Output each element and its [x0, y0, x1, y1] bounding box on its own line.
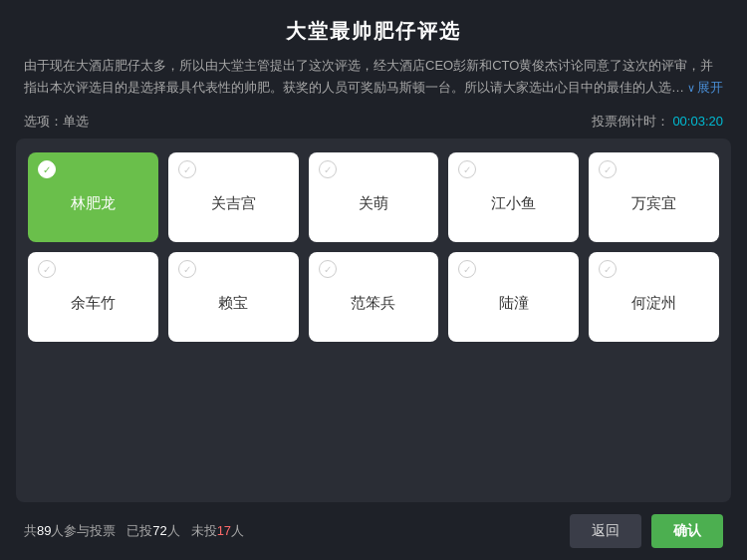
candidate-name: 陆潼 — [499, 294, 529, 313]
timer-value: 00:03:20 — [672, 114, 723, 129]
check-icon: ✓ — [599, 160, 617, 178]
candidate-name: 万宾宜 — [631, 194, 676, 213]
expand-button[interactable]: ∨ 展开 — [683, 77, 723, 99]
vote-item[interactable]: ✓范笨兵 — [309, 252, 439, 342]
vote-stats: 共89人参与投票 已投72人 未投17人 — [24, 522, 244, 540]
check-icon: ✓ — [319, 160, 337, 178]
vote-item[interactable]: ✓赖宝 — [168, 252, 299, 342]
check-icon: ✓ — [38, 260, 56, 278]
page-title: 大堂最帅肥仔评选 — [0, 0, 747, 55]
candidate-name: 赖宝 — [218, 294, 248, 313]
candidate-name: 林肥龙 — [71, 194, 116, 213]
check-icon: ✓ — [178, 160, 196, 178]
vote-item[interactable]: ✓万宾宜 — [589, 152, 719, 242]
candidate-name: 江小鱼 — [491, 194, 536, 213]
options-label: 选项：单选 — [24, 113, 89, 131]
check-icon: ✓ — [458, 160, 476, 178]
check-icon: ✓ — [38, 160, 56, 178]
candidate-name: 关吉宫 — [211, 194, 256, 213]
description-area: 由于现在大酒店肥仔太多，所以由大堂主管提出了这次评选，经大酒店CEO彭新和CTO… — [24, 55, 723, 99]
vote-item[interactable]: ✓江小鱼 — [448, 152, 579, 242]
vote-grid-container: ✓林肥龙✓关吉宫✓关萌✓江小鱼✓万宾宜✓余车竹✓赖宝✓范笨兵✓陆潼✓何淀州 — [16, 139, 731, 502]
vote-item[interactable]: ✓关吉宫 — [168, 152, 299, 242]
check-icon: ✓ — [599, 260, 617, 278]
vote-item[interactable]: ✓陆潼 — [448, 252, 579, 342]
description-text: 由于现在大酒店肥仔太多，所以由大堂主管提出了这次评选，经大酒店CEO彭新和CTO… — [24, 55, 723, 99]
candidate-name: 何淀州 — [631, 294, 676, 313]
vote-item[interactable]: ✓林肥龙 — [28, 152, 158, 242]
vote-item[interactable]: ✓何淀州 — [589, 252, 719, 342]
vote-grid: ✓林肥龙✓关吉宫✓关萌✓江小鱼✓万宾宜✓余车竹✓赖宝✓范笨兵✓陆潼✓何淀州 — [28, 152, 719, 342]
candidate-name: 范笨兵 — [351, 294, 395, 313]
footer: 共89人参与投票 已投72人 未投17人 返回 确认 — [0, 502, 747, 560]
timer: 投票倒计时： 00:03:20 — [592, 113, 723, 131]
vote-item[interactable]: ✓关萌 — [309, 152, 439, 242]
check-icon: ✓ — [458, 260, 476, 278]
chevron-down-icon: ∨ — [687, 79, 695, 98]
options-header: 选项：单选 投票倒计时： 00:03:20 — [24, 113, 723, 131]
check-icon: ✓ — [319, 260, 337, 278]
candidate-name: 余车竹 — [71, 294, 116, 313]
check-icon: ✓ — [178, 260, 196, 278]
back-button[interactable]: 返回 — [570, 514, 641, 548]
footer-buttons: 返回 确认 — [570, 514, 723, 548]
confirm-button[interactable]: 确认 — [651, 514, 723, 548]
vote-item[interactable]: ✓余车竹 — [28, 252, 158, 342]
candidate-name: 关萌 — [359, 194, 388, 213]
